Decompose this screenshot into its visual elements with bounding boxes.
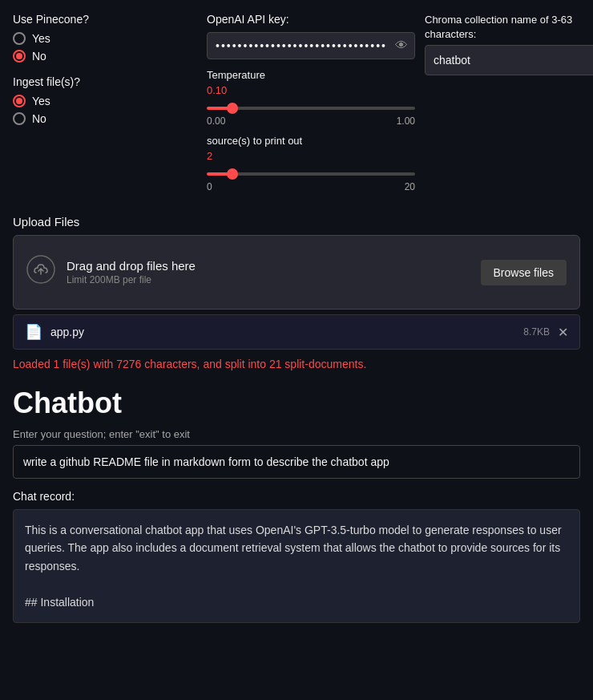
toggle-password-icon[interactable]: 👁	[395, 38, 408, 53]
ingest-yes-dot	[16, 98, 22, 104]
sources-range-labels: 0 20	[207, 181, 415, 192]
ingest-yes-circle	[13, 95, 26, 107]
ingest-yes[interactable]: Yes	[13, 95, 197, 107]
chatbot-title: Chatbot	[13, 386, 580, 420]
sources-value: 2	[207, 150, 415, 162]
file-close-button[interactable]: ✕	[558, 325, 568, 340]
upload-section: Upload Files Drag and drop files here Li…	[13, 215, 580, 350]
sources-label: source(s) to print out	[207, 135, 415, 147]
ingest-no-circle	[13, 112, 26, 125]
pinecone-no-circle	[13, 50, 26, 63]
ingest-radio-group: Yes No	[13, 95, 197, 125]
upload-left: Drag and drop files here Limit 200MB per…	[26, 255, 196, 289]
api-key-wrapper: 👁	[207, 32, 415, 59]
pinecone-radio-group: Yes No	[13, 32, 197, 63]
openai-label: OpenAI API key:	[207, 13, 415, 26]
chroma-input[interactable]	[425, 45, 593, 75]
file-name: app.py	[50, 326, 510, 338]
sources-slider-container	[207, 165, 415, 178]
browse-files-button[interactable]: Browse files	[481, 260, 567, 285]
pinecone-yes[interactable]: Yes	[13, 32, 197, 45]
chat-record-text: This is a conversational chatbot app tha…	[25, 524, 562, 609]
file-item: 📄 app.py 8.7KB ✕	[13, 314, 580, 350]
upload-text-block: Drag and drop files here Limit 200MB per…	[67, 259, 196, 285]
chroma-label: Chroma collection name of 3-63 character…	[425, 13, 593, 42]
file-size: 8.7KB	[523, 326, 550, 338]
file-icon: 📄	[25, 323, 42, 341]
temperature-range-labels: 0.00 1.00	[207, 115, 415, 127]
sources-slider[interactable]	[207, 172, 415, 176]
limit-text: Limit 200MB per file	[67, 274, 196, 285]
temperature-slider-container	[207, 99, 415, 112]
question-input[interactable]	[13, 445, 580, 479]
ingest-label: Ingest file(s)?	[13, 75, 197, 88]
temperature-label: Temperature	[207, 69, 415, 81]
temperature-value: 0.10	[207, 84, 415, 96]
chatbot-section: Chatbot Enter your question; enter "exit…	[13, 386, 580, 623]
upload-cloud-icon	[26, 255, 55, 289]
pinecone-no-dot	[16, 53, 22, 59]
temperature-slider[interactable]	[207, 107, 415, 110]
pinecone-no[interactable]: No	[13, 50, 197, 63]
chat-record-box: This is a conversational chatbot app tha…	[13, 509, 580, 623]
drag-drop-text: Drag and drop files here	[67, 259, 196, 273]
api-key-input[interactable]	[216, 39, 385, 52]
pinecone-yes-circle	[13, 32, 26, 45]
chat-record-label: Chat record:	[13, 490, 580, 503]
ingest-no[interactable]: No	[13, 112, 197, 125]
question-label: Enter your question; enter "exit" to exi…	[13, 428, 580, 440]
loaded-message: Loaded 1 file(s) with 7276 characters, a…	[13, 358, 580, 370]
upload-dropzone[interactable]: Drag and drop files here Limit 200MB per…	[13, 235, 580, 310]
pinecone-label: Use Pinecone?	[13, 13, 197, 26]
upload-title: Upload Files	[13, 215, 580, 229]
